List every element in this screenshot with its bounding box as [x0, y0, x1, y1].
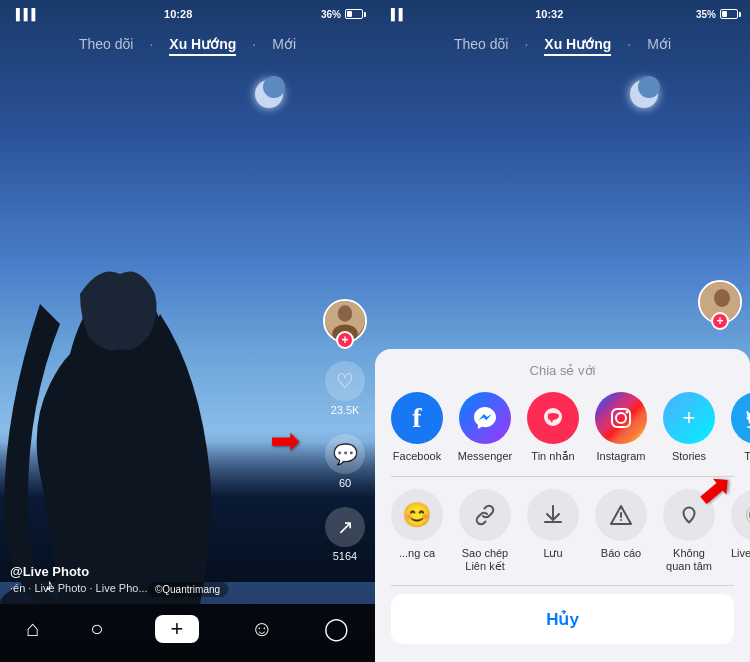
bottom-info: @Live Photo ·én · Live Photo · Live Pho.… — [10, 564, 148, 594]
instagram-icon — [595, 392, 647, 444]
comment-icon: 💬 — [325, 434, 365, 474]
battery-pct: 36% — [321, 9, 341, 20]
profile-icon[interactable]: ◯ — [324, 616, 349, 642]
red-arrow-right: ➡ — [270, 420, 300, 462]
tab-moi[interactable]: Mới — [272, 36, 296, 56]
share-actions-row: 😊 ...ng ca Sao chépLiên kết — [375, 485, 750, 583]
share-facebook[interactable]: f Facebook — [387, 392, 447, 463]
music-note: ♪ — [45, 576, 53, 594]
save-icon — [527, 489, 579, 541]
time-display: 10:28 — [164, 8, 192, 20]
girl-silhouette — [0, 224, 240, 604]
share-stories[interactable]: + Stories — [659, 392, 719, 463]
copy-link-label: Sao chépLiên kết — [462, 547, 508, 573]
ng-ca-label: ...ng ca — [399, 547, 435, 560]
share-sheet-title: Chia sẻ với — [375, 349, 750, 388]
action-save[interactable]: Lưu — [523, 489, 583, 573]
battery-icon — [345, 9, 363, 19]
signal-icon: ▐▐▐ — [12, 8, 35, 20]
twitter-label: Twi... — [744, 450, 750, 463]
stories-label: Stories — [672, 450, 706, 463]
like-count: 23.5K — [331, 404, 360, 416]
sep1: · — [149, 36, 153, 56]
follow-plus-button[interactable]: + — [336, 331, 354, 349]
signal-icon-right: ▐▐ — [387, 8, 403, 20]
svg-point-10 — [626, 411, 629, 414]
report-icon — [595, 489, 647, 541]
share-messenger[interactable]: Messenger — [455, 392, 515, 463]
battery-icon-right — [720, 9, 738, 19]
moon-decoration — [255, 80, 285, 110]
share-button[interactable]: ↗ 5164 — [325, 507, 365, 562]
tab-xu-huong[interactable]: Xu Hướng — [169, 36, 236, 56]
like-button[interactable]: ♡ 23.5K — [325, 361, 365, 416]
save-label: Lưu — [543, 547, 562, 560]
share-icon: ↗ — [325, 507, 365, 547]
report-label: Báo cáo — [601, 547, 641, 560]
share-tin-nhan[interactable]: Tin nhắn — [523, 392, 583, 463]
twitter-icon — [731, 392, 750, 444]
sep2-right: · — [627, 36, 631, 56]
action-ng-ca[interactable]: 😊 ...ng ca — [387, 489, 447, 573]
battery-pct-right: 35% — [696, 9, 716, 20]
tab-moi-right[interactable]: Mới — [647, 36, 671, 56]
nav-tabs: Theo dõi · Xu Hướng · Mới — [0, 32, 375, 60]
stories-icon: + — [663, 392, 715, 444]
watermark: ©Quantrimang — [147, 582, 228, 597]
facebook-icon: f — [391, 392, 443, 444]
description: ·én · Live Photo · Live Pho... — [10, 582, 148, 594]
action-copy-link[interactable]: Sao chépLiên kết — [455, 489, 515, 573]
right-avatar[interactable]: + — [698, 280, 742, 324]
share-twitter[interactable]: Twi... — [727, 392, 750, 463]
messenger-label: Messenger — [458, 450, 512, 463]
tab-xu-huong-right[interactable]: Xu Hướng — [544, 36, 611, 56]
share-divider-2 — [391, 585, 734, 586]
ng-ca-icon: 😊 — [391, 489, 443, 541]
battery-fill — [347, 11, 352, 17]
not-interested-label: Khôngquan tâm — [666, 547, 712, 573]
heart-icon: ♡ — [325, 361, 365, 401]
share-apps-row: f Facebook Messenger — [375, 388, 750, 473]
status-bar-right: ▐▐ 10:32 35% — [375, 0, 750, 28]
username: @Live Photo — [10, 564, 148, 579]
inbox-icon[interactable]: ☺ — [250, 616, 272, 642]
time-display-right: 10:32 — [535, 8, 563, 20]
action-report[interactable]: Báo cáo — [591, 489, 651, 573]
svg-point-9 — [616, 413, 626, 423]
follow-plus-right[interactable]: + — [711, 312, 729, 330]
tin-nhan-label: Tin nhắn — [531, 450, 574, 463]
cancel-button[interactable]: Hủy — [391, 594, 734, 644]
home-icon[interactable]: ⌂ — [26, 616, 39, 642]
svg-point-2 — [338, 305, 353, 321]
share-count: 5164 — [333, 550, 357, 562]
right-phone-screen: ▐▐ 10:32 35% Theo dõi · Xu Hướng · Mới +… — [375, 0, 750, 662]
instagram-label: Instagram — [597, 450, 646, 463]
messenger-icon — [459, 392, 511, 444]
status-bar: ▐▐▐ 10:28 36% — [0, 0, 375, 28]
avatar-container[interactable]: + — [323, 299, 367, 343]
sep1-right: · — [524, 36, 528, 56]
left-phone-screen: ▐▐▐ 10:28 36% Theo dõi · Xu Hướng · Mới — [0, 0, 375, 662]
create-button[interactable]: + — [155, 615, 199, 643]
status-left: ▐▐▐ — [12, 8, 35, 20]
search-icon[interactable]: ○ — [90, 616, 103, 642]
share-divider-1 — [391, 476, 734, 477]
status-right: 36% — [321, 9, 363, 20]
moon-right — [630, 80, 660, 110]
status-left-right: ▐▐ — [387, 8, 403, 20]
svg-point-12 — [620, 519, 622, 521]
status-right-right: 35% — [696, 9, 738, 20]
comment-button[interactable]: 💬 60 — [325, 434, 365, 489]
share-sheet: Chia sẻ với f Facebook Messenge — [375, 349, 750, 662]
right-sidebar: + ♡ 23.5K 💬 60 ↗ 5164 — [323, 299, 367, 562]
svg-point-5 — [714, 289, 730, 307]
copy-link-icon — [459, 489, 511, 541]
tab-theo-doi-right[interactable]: Theo dõi — [454, 36, 508, 56]
tab-theo-doi[interactable]: Theo dõi — [79, 36, 133, 56]
tin-nhan-icon — [527, 392, 579, 444]
nav-tabs-right: Theo dõi · Xu Hướng · Mới — [375, 32, 750, 60]
sep2: · — [252, 36, 256, 56]
live-photo-label: Live Photo — [731, 547, 750, 560]
comment-count: 60 — [339, 477, 351, 489]
share-instagram[interactable]: Instagram — [591, 392, 651, 463]
